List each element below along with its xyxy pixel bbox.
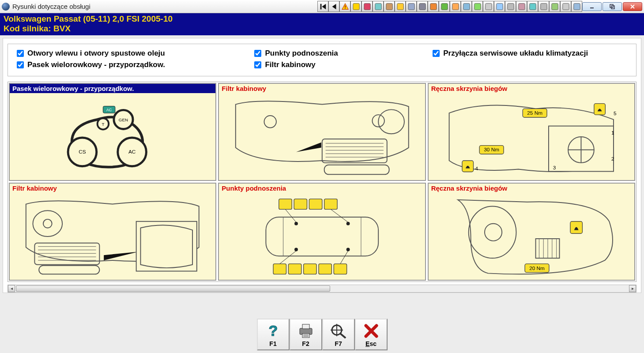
- svg-text:?: ?: [268, 323, 278, 339]
- road-icon[interactable]: [417, 1, 428, 12]
- svg-text:T: T: [102, 121, 105, 126]
- jack-points-diagram: [219, 193, 425, 280]
- svg-text:20 Nm: 20 Nm: [529, 265, 545, 270]
- svg-rect-16: [463, 3, 469, 9]
- spring-icon[interactable]: [461, 1, 472, 12]
- svg-rect-0: [320, 4, 321, 9]
- jack-icon[interactable]: [450, 1, 461, 12]
- svg-rect-109: [302, 334, 309, 338]
- check-belt-routing[interactable]: Pasek wielorowkowy - przyporządkow.: [15, 60, 252, 70]
- svg-point-64: [33, 210, 63, 237]
- cell-belt-routing[interactable]: Pasek wielorowkowy - przyporządkow. CS A…: [9, 83, 216, 181]
- tire-icon[interactable]: [395, 1, 406, 12]
- svg-text:1: 1: [611, 130, 614, 135]
- cell-jack-points[interactable]: Punkty podnoszenia: [218, 183, 426, 281]
- engine-icon[interactable]: [494, 1, 505, 12]
- check-oil-holes-box[interactable]: [17, 50, 24, 57]
- gauge-icon[interactable]: [516, 1, 527, 12]
- svg-rect-84: [294, 199, 307, 209]
- check-cabin-filter[interactable]: Filtr kabinowy: [252, 60, 431, 70]
- cabin-filter-diagram-1: [219, 94, 425, 180]
- minimize-button[interactable]: [582, 2, 602, 11]
- exit-key-label: Esc: [365, 340, 377, 347]
- svg-rect-21: [518, 3, 524, 9]
- scroll-left-arrow-icon[interactable]: ◂: [8, 285, 15, 292]
- brake-icon[interactable]: [406, 1, 417, 12]
- cell-cabin-filter-1[interactable]: Filtr kabinowy: [218, 83, 426, 181]
- svg-marker-49: [296, 142, 321, 152]
- check-cabin-filter-box[interactable]: [254, 61, 261, 68]
- svg-rect-15: [452, 3, 458, 9]
- svg-text:4: 4: [475, 165, 478, 171]
- cell-cabin-filter-2[interactable]: Filtr kabinowy: [9, 183, 216, 281]
- check-jack-points[interactable]: Punkty podnoszenia: [252, 49, 431, 58]
- svg-rect-7: [364, 3, 370, 9]
- scroll-right-arrow-icon[interactable]: ▸: [629, 285, 636, 292]
- svg-rect-22: [529, 3, 535, 9]
- pump-icon[interactable]: [483, 1, 494, 12]
- svg-point-96: [485, 223, 502, 240]
- svg-rect-8: [375, 3, 381, 9]
- nav-first-icon[interactable]: [317, 1, 328, 12]
- check-oil-holes[interactable]: Otwory wlewu i otwory spustowe oleju: [15, 49, 252, 58]
- app-icon: [2, 3, 10, 11]
- zoom-button[interactable]: F7: [322, 319, 355, 350]
- svg-rect-18: [485, 3, 491, 9]
- svg-rect-14: [441, 3, 447, 9]
- cell-gearbox-1[interactable]: Ręczna skrzynia biegów 1 2 3 4 5: [428, 83, 635, 181]
- exit-button[interactable]: Esc: [355, 319, 388, 350]
- svg-rect-90: [288, 263, 301, 274]
- maximize-button[interactable]: [603, 2, 622, 11]
- svg-text:AC: AC: [106, 108, 112, 112]
- svg-rect-50: [324, 165, 389, 174]
- check-ac-ports-box[interactable]: [433, 50, 440, 57]
- close-button[interactable]: [623, 2, 642, 11]
- svg-marker-1: [322, 4, 326, 9]
- svg-line-83: [285, 209, 296, 222]
- belt-icon[interactable]: [560, 1, 571, 12]
- vehicle-line-1: Volkswagen Passat (05-11) 2,0 FSI 2005-1…: [4, 14, 640, 24]
- svg-rect-27: [590, 8, 594, 8]
- svg-text:30 Nm: 30 Nm: [484, 146, 499, 152]
- svg-rect-91: [303, 263, 316, 274]
- check-belt-routing-label: Pasek wielorowkowy - przyporządkow.: [27, 60, 165, 69]
- cell-cabin-filter-1-title: Filtr kabinowy: [219, 84, 425, 93]
- oil-icon[interactable]: [472, 1, 483, 12]
- sensor-icon[interactable]: [527, 1, 538, 12]
- title-bar: Rysunki dotyczące obsługi: [0, 0, 644, 13]
- filter-icon[interactable]: [505, 1, 516, 12]
- checklist-panel: Otwory wlewu i otwory spustowe oleju Pun…: [8, 44, 636, 76]
- check-ac-ports[interactable]: Przyłącza serwisowe układu klimatyzacji: [431, 49, 629, 58]
- gear-icon[interactable]: [373, 1, 384, 12]
- exit-icon[interactable]: [571, 1, 582, 12]
- help-icon: ?: [266, 322, 281, 340]
- fuel-icon[interactable]: [350, 1, 362, 12]
- svg-rect-9: [386, 3, 392, 9]
- check-belt-routing-box[interactable]: [17, 61, 24, 68]
- tool-icon[interactable]: [439, 1, 450, 12]
- svg-rect-108: [302, 324, 309, 329]
- warning-icon[interactable]: [339, 1, 350, 12]
- help-button[interactable]: ? F1: [257, 319, 290, 350]
- cell-gearbox-2[interactable]: Ręczna skrzynia biegów: [428, 183, 635, 281]
- svg-rect-20: [507, 3, 513, 9]
- magnifier-crosshair-icon: [330, 322, 347, 340]
- wheel-icon[interactable]: [538, 1, 549, 12]
- printer-icon: [297, 322, 315, 340]
- nav-prev-icon[interactable]: [328, 1, 339, 12]
- svg-text:3: 3: [553, 164, 556, 170]
- close-x-icon: [364, 322, 379, 340]
- print-button[interactable]: F2: [290, 319, 322, 350]
- check-jack-points-box[interactable]: [254, 50, 261, 57]
- car-icon[interactable]: [384, 1, 395, 12]
- vehicle-line-2: Kod silnika: BVX: [4, 24, 640, 34]
- svg-rect-4: [345, 5, 346, 7]
- horizontal-scrollbar[interactable]: ◂ ▸: [8, 285, 636, 293]
- scroll-thumb[interactable]: [16, 285, 330, 292]
- glass-icon[interactable]: [549, 1, 560, 12]
- parts-icon[interactable]: [428, 1, 439, 12]
- lubricant-icon[interactable]: [362, 1, 373, 12]
- svg-line-115: [340, 334, 346, 338]
- svg-rect-24: [551, 3, 557, 9]
- svg-text:GEN: GEN: [119, 117, 128, 122]
